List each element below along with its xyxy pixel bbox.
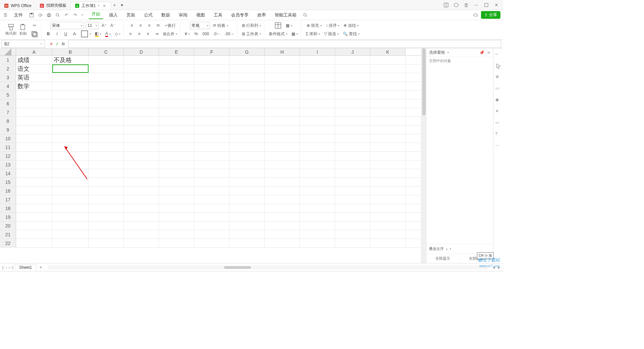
cell[interactable]: [229, 178, 265, 186]
cell[interactable]: [370, 204, 406, 212]
cell[interactable]: [89, 239, 124, 247]
border-icon[interactable]: ▾: [80, 30, 92, 38]
cell[interactable]: [300, 91, 335, 99]
prev-sheet-icon[interactable]: ‹: [6, 265, 7, 270]
cell[interactable]: [124, 195, 159, 204]
column-header[interactable]: K: [370, 48, 406, 55]
cell[interactable]: [194, 82, 229, 90]
cell[interactable]: [52, 169, 89, 178]
cell[interactable]: [265, 56, 300, 64]
thousands-icon[interactable]: 000: [202, 30, 210, 38]
cell[interactable]: [124, 99, 159, 108]
cell[interactable]: [370, 73, 406, 82]
cell[interactable]: [16, 169, 52, 178]
cell[interactable]: [89, 108, 124, 116]
menu-view[interactable]: 视图: [194, 12, 208, 18]
row-header[interactable]: 20: [0, 221, 16, 230]
row-header[interactable]: 4: [0, 82, 16, 90]
cell[interactable]: [89, 126, 124, 134]
horizontal-scrollbar[interactable]: [48, 265, 488, 269]
cell[interactable]: [52, 195, 89, 204]
cell[interactable]: [52, 239, 89, 247]
cell[interactable]: [159, 91, 194, 99]
cell[interactable]: [194, 91, 229, 99]
cell[interactable]: [229, 195, 265, 204]
row-header[interactable]: 11: [0, 143, 16, 151]
camera-icon[interactable]: ◉: [495, 97, 501, 103]
cell[interactable]: [265, 117, 300, 125]
cell[interactable]: 英语: [16, 73, 52, 82]
cell[interactable]: [229, 99, 265, 108]
add-tab-button[interactable]: +: [111, 2, 118, 8]
cell[interactable]: [300, 213, 335, 221]
cell[interactable]: [370, 230, 406, 239]
print-icon[interactable]: [46, 12, 52, 18]
format-icon[interactable]: ▦▾: [290, 30, 299, 38]
align-left-icon[interactable]: ≡: [127, 30, 134, 38]
italic-icon[interactable]: I: [54, 30, 60, 38]
cell[interactable]: [159, 82, 194, 90]
cell[interactable]: [194, 230, 229, 239]
cell[interactable]: [229, 108, 265, 116]
worksheet-button[interactable]: ⊞工作表▾: [241, 30, 262, 38]
cell[interactable]: [265, 126, 300, 134]
more-icon[interactable]: ⋯: [495, 143, 501, 149]
cell[interactable]: 成绩: [16, 56, 52, 64]
cell[interactable]: [124, 160, 159, 169]
page-icon[interactable]: ▭: [495, 86, 501, 92]
cell[interactable]: [335, 91, 370, 99]
increase-decimal-icon[interactable]: .00→: [224, 30, 235, 38]
cell[interactable]: [265, 64, 300, 73]
row-header[interactable]: 8: [0, 117, 16, 125]
cell[interactable]: [265, 239, 300, 247]
cell[interactable]: [52, 204, 89, 212]
sort-button[interactable]: ↕排序▾: [325, 22, 340, 29]
cell[interactable]: [370, 169, 406, 178]
cell[interactable]: [159, 73, 194, 82]
orientation-icon[interactable]: ⟲: [155, 22, 161, 29]
decrease-decimal-icon[interactable]: .0←: [212, 30, 222, 38]
cell[interactable]: [159, 143, 194, 151]
hamburger-icon[interactable]: ☰: [3, 12, 8, 18]
cell[interactable]: [335, 152, 370, 160]
menu-formula[interactable]: 公式: [141, 12, 155, 18]
cell[interactable]: [370, 213, 406, 221]
cut-icon[interactable]: ✂: [30, 22, 39, 29]
cell[interactable]: [335, 143, 370, 151]
cell[interactable]: [229, 117, 265, 125]
cell[interactable]: [124, 187, 159, 195]
align-right-icon[interactable]: ≡: [145, 30, 151, 38]
cell[interactable]: [265, 204, 300, 212]
cell[interactable]: [194, 195, 229, 204]
cell[interactable]: [89, 91, 124, 99]
cell[interactable]: [89, 195, 124, 204]
cell[interactable]: 语文: [16, 64, 52, 73]
cell[interactable]: [124, 126, 159, 134]
cell[interactable]: [194, 160, 229, 169]
cancel-formula-icon[interactable]: ✕: [50, 42, 53, 46]
cell[interactable]: [265, 178, 300, 186]
column-header[interactable]: I: [300, 48, 335, 55]
cell[interactable]: [370, 117, 406, 125]
close-pane-icon[interactable]: ✕: [487, 50, 490, 55]
cell[interactable]: [229, 230, 265, 239]
column-header[interactable]: H: [265, 48, 300, 55]
increase-font-icon[interactable]: A⁺: [101, 22, 107, 29]
cell[interactable]: [300, 204, 335, 212]
cell[interactable]: [265, 195, 300, 204]
cell[interactable]: [370, 56, 406, 64]
print-preview-icon[interactable]: [55, 12, 60, 18]
cell[interactable]: [229, 82, 265, 90]
column-header[interactable]: J: [335, 48, 370, 55]
next-sheet-icon[interactable]: ›: [8, 265, 10, 270]
cell[interactable]: [265, 73, 300, 82]
tab-wps-office[interactable]: W WPS Office: [0, 2, 36, 10]
menu-home[interactable]: 开始: [89, 11, 103, 19]
cell[interactable]: [194, 56, 229, 64]
cell[interactable]: [370, 126, 406, 134]
number-format-select[interactable]: 常规▾: [190, 22, 210, 29]
cell[interactable]: [159, 126, 194, 134]
cell[interactable]: [159, 99, 194, 108]
row-header[interactable]: 5: [0, 91, 16, 99]
merge-icon[interactable]: ⊞合并▾: [162, 30, 178, 38]
